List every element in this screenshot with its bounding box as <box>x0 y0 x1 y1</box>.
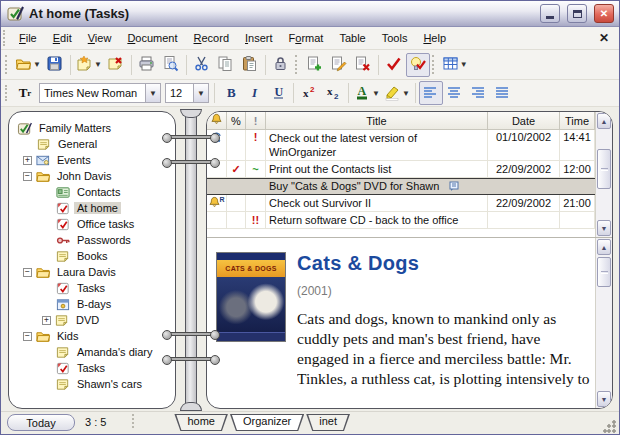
copy-button[interactable] <box>214 53 238 77</box>
highlight-button[interactable]: ▼ <box>382 81 412 105</box>
sidebar-item-laura-davis[interactable]: −Laura Davis <box>13 264 173 280</box>
chevron-down-icon[interactable]: ▼ <box>145 84 160 102</box>
delete-record-button[interactable] <box>351 53 375 77</box>
resize-grip[interactable] <box>603 420 616 433</box>
sidebar-item-general[interactable]: General <box>13 136 173 152</box>
tab-home[interactable]: home <box>174 414 228 431</box>
menu-document[interactable]: Document <box>119 29 185 47</box>
sidebar-item-contacts[interactable]: Contacts <box>13 184 173 200</box>
sidebar-item-events[interactable]: +Events <box>13 152 173 168</box>
task-row[interactable]: Buy "Cats & Dogs" DVD for Shawn <box>207 178 595 195</box>
expand-plus-icon[interactable]: + <box>23 156 32 165</box>
menu-table[interactable]: Table <box>331 29 373 47</box>
italic-button[interactable]: I <box>242 81 266 105</box>
chevron-down-icon[interactable]: ▼ <box>33 60 41 69</box>
close-button[interactable]: ✕ <box>594 4 614 23</box>
font-size-select[interactable]: 12 ▼ <box>165 83 209 103</box>
time-column-header[interactable]: Time <box>560 112 595 130</box>
task-row[interactable]: !Check out the latest version of WinOrga… <box>207 130 595 161</box>
lock-button[interactable] <box>269 53 293 77</box>
sidebar-item-shawn-s-cars[interactable]: Shawn's cars <box>13 376 173 392</box>
sidebar-item-tasks[interactable]: Tasks <box>13 360 173 376</box>
sidebar-item-family-matters[interactable]: Family Matters <box>13 120 173 136</box>
sidebar-item-books[interactable]: Books <box>13 248 173 264</box>
collapse-minus-icon[interactable]: − <box>23 332 32 341</box>
sidebar-item-tasks[interactable]: Tasks <box>13 280 173 296</box>
scrollbar-thumb[interactable] <box>597 149 611 189</box>
title-column-header[interactable]: Title <box>266 112 488 130</box>
align-right-button[interactable] <box>467 81 491 105</box>
chevron-down-icon[interactable]: ▼ <box>402 89 410 98</box>
date-column-header[interactable]: Date <box>488 112 560 130</box>
collapse-minus-icon[interactable]: − <box>23 172 32 181</box>
menu-edit[interactable]: Edit <box>45 29 80 47</box>
menu-insert[interactable]: Insert <box>237 29 281 47</box>
minimize-button[interactable] <box>540 4 560 23</box>
font-family-select[interactable]: Times New Roman ▼ <box>39 83 161 103</box>
font-color-button[interactable]: A▼ <box>352 81 382 105</box>
new-note-button[interactable]: ▼ <box>74 53 104 77</box>
tab-organizer[interactable]: Organizer <box>230 414 304 431</box>
subscript-button[interactable]: x2 <box>321 81 345 105</box>
align-justify-button[interactable] <box>491 81 515 105</box>
format-toolbar-grip[interactable] <box>5 85 10 102</box>
paste-button[interactable] <box>238 53 262 77</box>
sidebar-item-john-davis[interactable]: −John Davis <box>13 168 173 184</box>
scroll-down-icon[interactable]: ▼ <box>597 220 611 236</box>
show-completed-button[interactable] <box>406 53 430 77</box>
alarm-column-header[interactable] <box>207 112 227 130</box>
add-record-button[interactable] <box>303 53 327 77</box>
tab-inet[interactable]: inet <box>306 414 350 431</box>
menu-format[interactable]: Format <box>281 29 332 47</box>
scroll-up-icon[interactable]: ▲ <box>597 113 611 129</box>
save-button[interactable] <box>43 53 67 77</box>
delete-note-button[interactable] <box>104 53 128 77</box>
menubar-grip[interactable] <box>3 30 8 45</box>
chevron-down-icon[interactable]: ▼ <box>94 60 102 69</box>
toolbar-grip[interactable] <box>432 55 437 74</box>
task-row[interactable]: RCheck out Survivor II22/09/200221:00 <box>207 195 595 212</box>
align-center-button[interactable] <box>443 81 467 105</box>
task-row[interactable]: !!Return software CD - back to the offic… <box>207 212 595 229</box>
sidebar-item-passwords[interactable]: Passwords <box>13 232 173 248</box>
chevron-down-icon[interactable]: ▼ <box>193 84 208 102</box>
tabs-grip[interactable] <box>132 414 137 428</box>
menu-tools[interactable]: Tools <box>374 29 416 47</box>
scrollbar-thumb[interactable] <box>597 257 611 287</box>
sidebar-item-dvd[interactable]: +DVD <box>13 312 173 328</box>
sidebar-item-at-home[interactable]: At home <box>13 200 173 216</box>
maximize-button[interactable] <box>567 4 587 23</box>
detail-scrollbar[interactable]: ▲ ▼ <box>595 238 612 408</box>
sidebar-item-b-days[interactable]: B-days <box>13 296 173 312</box>
edit-record-button[interactable] <box>327 53 351 77</box>
scroll-down-icon[interactable]: ▼ <box>597 391 611 407</box>
percent-column-header[interactable]: % <box>227 112 246 130</box>
expand-plus-icon[interactable]: + <box>42 316 51 325</box>
menu-help[interactable]: Help <box>415 29 454 47</box>
sidebar-item-kids[interactable]: −Kids <box>13 328 173 344</box>
menu-record[interactable]: Record <box>186 29 237 47</box>
print-button[interactable] <box>135 53 159 77</box>
bold-button[interactable]: B <box>218 81 242 105</box>
close-document-icon[interactable]: ✕ <box>595 31 613 45</box>
open-folder-button[interactable]: ▼ <box>13 53 43 77</box>
mark-completed-button[interactable] <box>382 53 406 77</box>
table-view-button[interactable]: ▼ <box>440 53 470 77</box>
print-preview-button[interactable] <box>159 53 183 77</box>
menu-view[interactable]: View <box>80 29 120 47</box>
task-row[interactable]: ✓~Print out the Contacts list22/09/20021… <box>207 161 595 178</box>
chevron-down-icon[interactable]: ▼ <box>372 89 380 98</box>
sidebar-item-amanda-s-diary[interactable]: Amanda's diary <box>13 344 173 360</box>
menu-file[interactable]: File <box>11 29 45 47</box>
today-button[interactable]: Today <box>7 414 75 431</box>
underline-button[interactable]: U <box>266 81 290 105</box>
toolbar-grip[interactable] <box>295 55 300 74</box>
cut-button[interactable] <box>190 53 214 77</box>
priority-column-header[interactable]: ! <box>246 112 266 130</box>
scroll-up-icon[interactable]: ▲ <box>597 239 611 255</box>
collapse-minus-icon[interactable]: − <box>23 268 32 277</box>
table-scrollbar[interactable]: ▲ ▼ <box>595 112 612 237</box>
chevron-down-icon[interactable]: ▼ <box>460 60 468 69</box>
superscript-button[interactable]: x2 <box>297 81 321 105</box>
toolbar-grip[interactable] <box>5 55 10 74</box>
